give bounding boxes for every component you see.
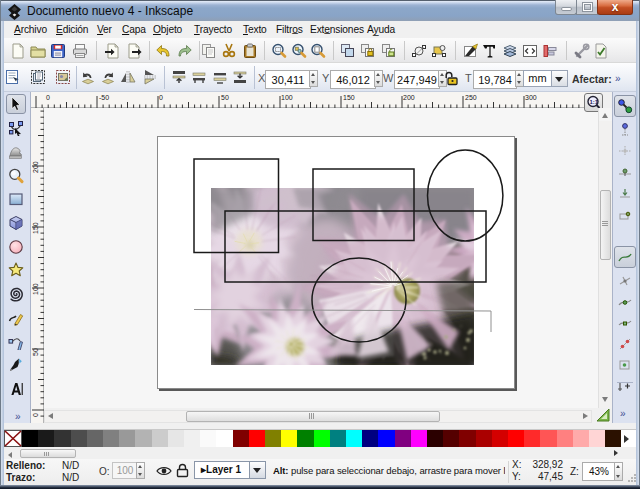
- svg-text:150: 150: [343, 94, 355, 101]
- svg-text:1:1: 1:1: [589, 99, 598, 105]
- svg-text:0: 0: [159, 94, 163, 101]
- svg-text:250: 250: [465, 94, 477, 101]
- svg-text:100: 100: [281, 94, 293, 101]
- svg-text:300: 300: [525, 94, 537, 101]
- svg-text:0: 0: [46, 94, 50, 101]
- svg-text:0: 0: [32, 413, 39, 417]
- svg-text:150: 150: [32, 222, 39, 234]
- svg-text:-50: -50: [99, 94, 109, 101]
- svg-text:200: 200: [403, 94, 415, 101]
- svg-text:50: 50: [32, 348, 39, 356]
- svg-text:200: 200: [32, 161, 39, 173]
- svg-text:50: 50: [221, 94, 229, 101]
- svg-text:100: 100: [32, 283, 39, 295]
